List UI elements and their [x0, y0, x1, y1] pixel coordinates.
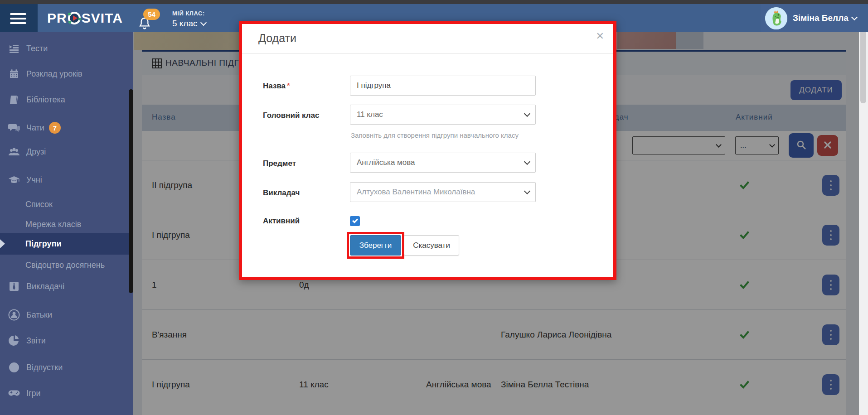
- logo-play-icon: [68, 12, 81, 24]
- user-menu[interactable]: Зіміна Белла: [761, 4, 860, 32]
- sidebar-item-reports[interactable]: Звіти: [0, 331, 133, 351]
- user-name: Зіміна Белла: [793, 13, 849, 23]
- user-chevron-down-icon: [851, 14, 858, 20]
- sidebar-item-students[interactable]: Учні: [0, 170, 133, 190]
- chevron-down-icon: [524, 111, 530, 117]
- sidebar-item-chats[interactable]: Чати 7: [0, 118, 133, 138]
- app-logo[interactable]: PR SVITA: [47, 4, 123, 32]
- sidebar-subitem-subgroups[interactable]: Підгрупи: [0, 233, 133, 255]
- sidebar-item-teachers[interactable]: Викладачі: [0, 276, 133, 296]
- my-class-value: 5 клас: [172, 19, 198, 29]
- my-class-selector[interactable]: МІЙ КЛАС: 5 клас: [172, 10, 206, 29]
- subject-select[interactable]: Англійська мова: [350, 153, 536, 173]
- teacher-select[interactable]: Алтухова Валентина Миколаївна: [350, 182, 536, 202]
- teacher-label: Викладач: [263, 188, 300, 198]
- sidebar-item-library[interactable]: Бібліотека: [0, 90, 133, 110]
- avatar: [765, 7, 787, 29]
- pie-chart-icon: [8, 335, 20, 347]
- annotation-box-save-button: Зберегти: [347, 232, 404, 259]
- page-scrollbar[interactable]: [859, 0, 868, 415]
- gamepad-icon: [8, 387, 20, 399]
- calendar-icon: [8, 68, 20, 80]
- chevron-down-icon: [200, 19, 206, 26]
- sidebar-item-games[interactable]: Ігри: [0, 383, 133, 403]
- sidebar-item-vacations[interactable]: Відпустки: [0, 357, 133, 377]
- chevron-down-icon: [524, 159, 530, 165]
- circle-icon: [8, 362, 20, 373]
- save-button[interactable]: Зберегти: [350, 235, 401, 256]
- main-class-label: Головний клас: [263, 111, 319, 120]
- sidebar-item-parents[interactable]: Батьки: [0, 305, 133, 325]
- scrollbar-thumb[interactable]: [860, 26, 866, 103]
- sidebar-item-friends[interactable]: Друзі: [0, 142, 133, 162]
- window-top-strip: [0, 0, 868, 4]
- graduation-cap-icon: [8, 174, 20, 186]
- sidebar-item-tests[interactable]: Тести: [0, 39, 133, 58]
- my-class-label: МІЙ КЛАС:: [172, 10, 206, 17]
- logo-text-svita: SVITA: [82, 10, 123, 26]
- notification-count-badge[interactable]: 54: [143, 9, 160, 20]
- sidebar-subitem-class-network[interactable]: Мережа класів: [0, 214, 133, 234]
- subject-label: Предмет: [263, 159, 296, 168]
- tests-icon: [8, 43, 20, 54]
- add-subgroup-modal: Додати ✕ Назва* Головний клас 11 клас За…: [242, 24, 613, 277]
- sidebar-subitem-achievement-certificate[interactable]: Свідоцтво досягнень: [0, 255, 133, 275]
- book-icon: [8, 94, 20, 106]
- group-icon: [8, 146, 20, 158]
- main-class-select[interactable]: 11 клас: [350, 105, 536, 125]
- chevron-down-icon: [524, 188, 530, 194]
- close-icon[interactable]: ✕: [596, 30, 604, 42]
- active-item-arrow-icon: [0, 239, 5, 248]
- name-input[interactable]: [350, 76, 536, 96]
- check-icon: [352, 218, 358, 224]
- chat-bubbles-icon: [8, 122, 20, 134]
- tie-icon: [8, 280, 20, 292]
- active-label: Активний: [263, 217, 300, 226]
- name-label: Назва*: [263, 82, 290, 91]
- required-asterisk: *: [287, 82, 290, 90]
- sidebar-subitem-list[interactable]: Список: [0, 194, 133, 214]
- chats-count-badge: 7: [49, 122, 61, 134]
- modal-header: Додати ✕: [242, 24, 613, 54]
- logo-text-pr: PR: [47, 10, 67, 26]
- active-checkbox[interactable]: [350, 216, 360, 226]
- hamburger-menu-button[interactable]: [0, 4, 38, 32]
- sidebar-item-schedule[interactable]: Розклад уроків: [0, 64, 133, 84]
- person-circle-icon: [8, 309, 20, 321]
- cancel-button[interactable]: Скасувати: [404, 235, 459, 256]
- main-class-help-text: Заповніть для створення підгрупи навчаль…: [351, 131, 519, 139]
- sidebar: Тести Розклад уроків Бібліотека Чати 7 Д…: [0, 32, 133, 415]
- annotation-box-modal: Додати ✕ Назва* Головний клас 11 клас За…: [239, 21, 616, 280]
- modal-title: Додати: [258, 32, 296, 45]
